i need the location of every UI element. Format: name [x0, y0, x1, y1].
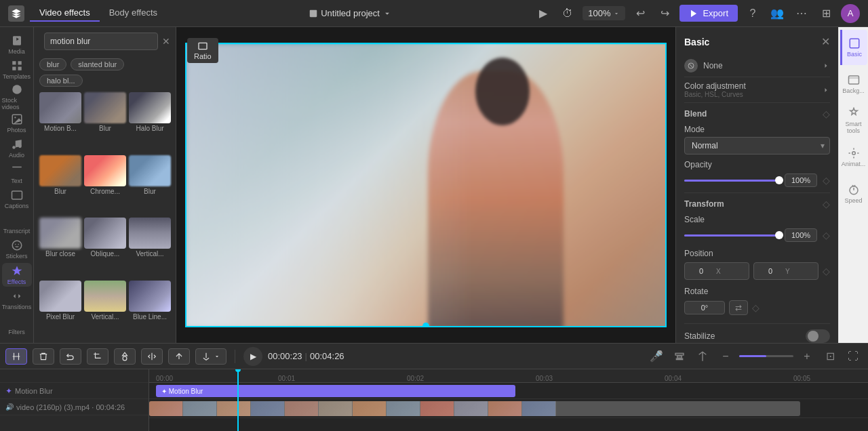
transform-diamond-btn[interactable]: ◇ [823, 199, 830, 209]
play-btn[interactable]: ▶ [534, 4, 553, 23]
sidebar-item-photos[interactable]: Photos [2, 112, 32, 136]
flip-control[interactable]: ⇄ [729, 300, 748, 315]
motion-blur-clip[interactable]: ✦ Motion Blur [156, 385, 515, 397]
split-tool-btn[interactable] [5, 348, 27, 365]
sidebar-item-transitions[interactable]: Transitions [2, 288, 32, 312]
snap-btn[interactable] [693, 347, 712, 366]
sidebar-item-stock[interactable]: Stock videos [2, 83, 32, 110]
tag-halo-blur[interactable]: halo bl... [39, 75, 83, 87]
svg-rect-14 [199, 43, 207, 49]
panel-close-btn[interactable]: ✕ [821, 35, 830, 48]
avatar[interactable]: A [841, 4, 860, 23]
effect-vertical-2[interactable]: Vertical... [84, 281, 126, 341]
position-diamond-btn[interactable]: ◇ [823, 266, 830, 276]
undo-effect-btn[interactable] [60, 348, 81, 365]
ratio-button[interactable]: Ratio [187, 38, 218, 63]
mic-btn[interactable]: 🎤 [647, 347, 666, 366]
effect-pixel-blur[interactable]: Pixel Blur [39, 281, 81, 341]
top-bar: Video effects Body effects Untitled proj… [0, 0, 868, 27]
effect-halo-blur[interactable]: Halo Blur [129, 92, 171, 152]
opacity-diamond-btn[interactable]: ◇ [823, 175, 830, 186]
effect-blur-close[interactable]: Blur close [39, 218, 81, 278]
sidebar-item-effects[interactable]: Effects [2, 263, 32, 287]
effect-chrome[interactable]: Chrome... [84, 155, 126, 216]
scale-diamond-btn[interactable]: ◇ [823, 230, 830, 241]
flip-tool-btn[interactable] [141, 348, 163, 365]
zoom-out-btn[interactable]: − [716, 347, 735, 366]
corner-handle-bottom[interactable] [422, 323, 429, 327]
tab-video-effects[interactable]: Video effects [30, 5, 100, 22]
effect-blur-3[interactable]: Blur [129, 155, 171, 216]
sidebar-item-audio[interactable]: Audio [2, 137, 32, 161]
help-btn[interactable]: ? [743, 4, 762, 23]
effect-vertical-1[interactable]: Vertical... [129, 218, 171, 278]
tag-blur[interactable]: blur [39, 58, 66, 70]
effect-oblique[interactable]: Oblique... [84, 218, 126, 278]
effect-thumb-vertical-1 [129, 218, 171, 249]
redo-btn[interactable]: ↪ [655, 4, 674, 23]
tool-speed[interactable]: Speed [840, 176, 867, 211]
sidebar-item-text[interactable]: Text [2, 162, 32, 186]
sidebar-item-captions[interactable]: Captions [2, 187, 32, 211]
scale-slider[interactable] [684, 234, 779, 237]
opacity-value-input[interactable] [785, 173, 817, 187]
opacity-slider-thumb[interactable] [775, 176, 783, 184]
none-label: None [703, 61, 723, 70]
search-input[interactable] [44, 33, 158, 50]
video-clip[interactable] [149, 401, 800, 416]
video-frame [185, 43, 667, 327]
tool-animate[interactable]: Animat... [840, 140, 867, 175]
undo-btn[interactable]: ↩ [631, 4, 650, 23]
scale-value-input[interactable] [785, 228, 817, 242]
export-button[interactable]: Export [679, 5, 738, 22]
sidebar-item-templates[interactable]: Templates [2, 58, 32, 81]
playhead[interactable] [237, 369, 239, 431]
sidebar-item-media[interactable]: Media [2, 33, 32, 56]
tab-body-effects[interactable]: Body effects [100, 5, 167, 22]
crop-tool-btn[interactable] [87, 348, 108, 365]
position-y-input[interactable] [758, 265, 783, 277]
fit-btn[interactable]: ⊡ [821, 347, 840, 366]
effect-motion-blur[interactable]: Motion B... [39, 92, 81, 152]
tool-smart[interactable]: Smart tools [840, 103, 867, 138]
tag-slanted-blur[interactable]: slanted blur [71, 58, 124, 70]
search-clear-btn[interactable]: ✕ [162, 36, 170, 47]
export-segment-btn[interactable] [195, 348, 226, 365]
blend-diamond-btn[interactable]: ◇ [823, 108, 830, 119]
layout-btn[interactable]: ⊞ [816, 4, 835, 23]
top-bar-tabs: Video effects Body effects [30, 5, 167, 22]
effect-label-blue-line: Blue Line... [129, 313, 171, 321]
delete-tool-btn[interactable] [33, 348, 54, 365]
color-adjust-chevron-icon [822, 86, 830, 94]
project-name[interactable]: Untitled project [309, 8, 392, 18]
zoom-display[interactable]: 100% [583, 6, 625, 20]
more-btn[interactable]: ⋯ [792, 4, 811, 23]
rotate-value-input[interactable] [684, 301, 725, 314]
color-tool-btn[interactable] [114, 348, 136, 365]
tool-basic[interactable]: Basic [840, 30, 867, 65]
color-adjustment-row[interactable]: Color adjustment Basic, HSL, Curves [684, 77, 830, 103]
opacity-slider[interactable] [684, 180, 779, 182]
blend-mode-select[interactable]: Normal Multiply Screen Overlay [684, 137, 830, 155]
move-up-btn[interactable] [168, 348, 190, 365]
history-btn[interactable]: ⏱ [558, 4, 577, 23]
effect-blur-2[interactable]: Blur [39, 155, 81, 216]
right-tools-sidebar: Basic Backg... Smart tools Animat... Spe… [838, 27, 868, 343]
stabilize-toggle[interactable] [806, 329, 830, 343]
zoom-in-btn[interactable]: + [797, 347, 816, 366]
community-btn[interactable]: 👥 [768, 4, 787, 23]
sidebar-item-filters[interactable]: Filters [2, 314, 32, 337]
sidebar-item-stickers[interactable]: Stickers [2, 238, 32, 262]
timeline-zoom-slider[interactable] [739, 355, 793, 357]
scale-slider-thumb[interactable] [775, 231, 783, 239]
play-pause-btn[interactable]: ▶ [243, 347, 262, 366]
position-x-input[interactable] [689, 265, 713, 277]
sidebar-item-transcript[interactable]: Transcript [2, 213, 32, 237]
align-btn[interactable] [670, 347, 689, 366]
fullscreen-btn[interactable]: ⛶ [844, 347, 863, 366]
effect-blur-1[interactable]: Blur [84, 92, 126, 152]
none-row[interactable]: None [684, 55, 830, 77]
effect-blue-line[interactable]: Blue Line... [129, 281, 171, 341]
rotate-diamond-btn[interactable]: ◇ [752, 302, 760, 313]
tool-background[interactable]: Backg... [840, 66, 867, 102]
